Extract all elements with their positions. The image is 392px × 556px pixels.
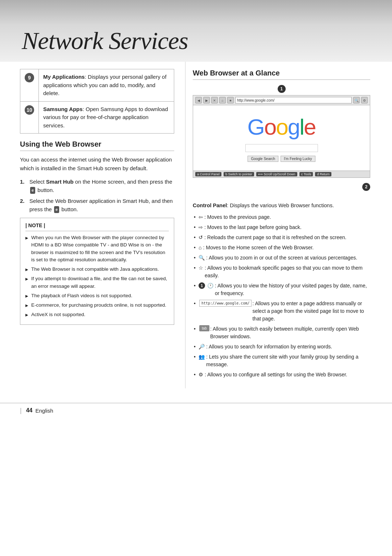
search-bar-mock [245,144,318,152]
stop-btn: ✕ [211,97,218,103]
back-btn: ◀ [195,97,202,103]
item-bold-10: Samsung Apps [43,106,83,112]
note-item: The Web Browser is not compatible with J… [25,266,169,273]
bullet-item: 🔎 : Allows you to search for information… [193,343,370,351]
bullet-text: : Allows you to bookmark specific pages … [205,264,370,279]
bullet-icon: ⚙ [199,371,203,379]
url-text: http://www.google.com/ [237,98,274,102]
browser-mockup: ◀ ▶ ✕ ⌂ ★ http://www.google.com/ 🔍 ⚙ [193,95,370,178]
callout-1-area: 1 [193,85,370,93]
right-column: Web Browser at a Glance 1 ◀ ▶ ✕ ⌂ ★ [185,62,381,388]
settings-btn: ⚙ [361,97,368,103]
status-control-panel: a Control Panel [195,172,221,176]
page-number: 44 [26,407,33,414]
status-scroll: ⟺ Scroll Up/Scroll Down [256,172,297,176]
url-badge: http://www.google.com/ [199,300,252,307]
step-1: 1. Select Smart Hub on the Home screen, … [20,178,174,194]
bullet-item: ↺ : Reloads the current page so that it … [193,234,370,241]
google-logo: Google [248,114,316,140]
bookmark-btn: ★ [227,97,234,103]
pipe-symbol: | [20,407,22,414]
bullet-icon: ⌂ [199,244,201,252]
feeling-lucky-btn[interactable]: I'm Feeling Lucky [281,156,315,162]
steps-list: 1. Select Smart Hub on the Home screen, … [20,178,174,213]
search-buttons: Google Search I'm Feeling Lucky [248,156,315,162]
item-text-10: Samsung Apps: Open Samsung Apps to downl… [39,101,174,134]
bullet-icon: 🔎 [199,343,205,351]
bullet-item: ⇨ : Moves to the last page before going … [193,224,370,231]
bullet-text: : Allows you to zoom in or out of the sc… [206,254,357,262]
bullet-icon: ↺ [199,234,203,241]
bullet-item: tab : Allows you to switch easily betwee… [193,325,370,340]
language-label: English [35,408,53,414]
status-tools: c Tools [299,172,313,176]
tab-badge: tab [199,325,209,331]
item-text-9: My Applications: Displays your personal … [39,69,174,102]
step-1-text: Select Smart Hub on the Home screen, and… [29,178,174,194]
bullet-text: : Moves to the previous page. [204,213,271,221]
bullet-text: : Allows you to search for information b… [206,343,332,351]
bullet-item-callout: 1 🕐 : Allows you to view the history of … [193,282,370,297]
bullet-item: ☆ : Allows you to bookmark specific page… [193,264,370,279]
page-title: Network Services [22,26,188,55]
page: Network Services 9 My Applications: Disp… [0,0,392,556]
step-num-2: 2. [20,197,28,205]
table-row: 10 Samsung Apps: Open Samsung Apps to do… [20,101,174,134]
bullet-text: : Reloads the current page so that it is… [204,234,346,241]
item-num-10: 10 [20,101,39,134]
num-circle-10: 10 [25,105,34,115]
num-circle-9: 9 [25,73,34,82]
note-item: E-commerce, for purchasing proudcts onli… [25,302,169,309]
header-bar: Network Services [0,0,392,62]
browser-toolbar: ◀ ▶ ✕ ⌂ ★ http://www.google.com/ 🔍 ⚙ [193,95,370,105]
bullet-icon: 🔍 [199,254,205,262]
note-item: ActiveX is not supported. [25,311,169,318]
web-browser-heading: Web Browser at a Glance [193,69,370,80]
item-num-9: 9 [20,69,39,102]
inline-callout-1: 1 [199,282,205,289]
step-2-text: Select the Web Browser application in Sm… [29,197,174,213]
callout-2-area: 2 [193,183,370,191]
step-2: 2. Select the Web Browser application in… [20,197,174,213]
bullet-icon: ⇨ [199,224,203,231]
items-table: 9 My Applications: Displays your persona… [20,69,174,134]
status-switch-pointer: b Switch to pointer [224,172,254,176]
status-return: d Return [315,172,331,176]
bullet-item: ⌂ : Moves to the Home screen of the Web … [193,244,370,252]
bullet-text: : Allows you to switch easily between mu… [210,325,370,340]
bullet-icon: ⇦ [199,213,203,221]
browser-mockup-container: 1 ◀ ▶ ✕ ⌂ ★ http://www.google.com/ 🔍 [193,85,370,191]
bullet-item: 🔍 : Allows you to zoom in or out of the … [193,254,370,262]
browser-body: Google Google Search I'm Feeling Lucky [193,105,370,171]
step-num-1: 1. [20,178,28,186]
bullet-item: 👥 : Lets you share the current site with… [193,353,370,368]
search-btn: 🔍 [353,97,360,103]
note-item: When you run the Web Browser with the pl… [25,234,169,263]
note-label: | NOTE | [25,222,169,231]
bullet-item: http://www.google.com/ : Allows you to e… [193,300,370,323]
feature-bullets: ⇦ : Moves to the previous page. ⇨ : Move… [193,213,370,379]
bullet-icon: 🕐 [207,282,213,290]
note-item: The playback of Flash videos is not supp… [25,292,169,299]
e-button-icon-2: e [54,206,59,213]
bullet-item: ⇦ : Moves to the previous page. [193,213,370,221]
bullet-icon: 👥 [199,353,205,361]
control-panel-desc: Control Panel: Displays the various Web … [193,202,370,210]
footer: | 44 English [0,403,392,418]
control-panel-bold: Control Panel [193,203,227,208]
bullet-text: : Allows you to view the history of your… [215,282,370,297]
bullet-text: : Moves to the Home screen of the Web Br… [203,244,314,252]
section-heading-web-browser: Using the Web Browser [20,140,174,151]
bullet-item: ⚙ : Allows you to configure all settings… [193,371,370,379]
left-column: 9 My Applications: Displays your persona… [0,62,185,388]
forward-btn: ▶ [203,97,210,103]
note-item: If you attempt to download a file, and t… [25,275,169,290]
note-box: | NOTE | When you run the Web Browser wi… [20,218,174,325]
e-button-icon-1: e [30,187,35,194]
google-search-btn[interactable]: Google Search [248,156,278,162]
main-content: 9 My Applications: Displays your persona… [0,62,392,403]
control-panel-text: : Displays the various Web Browser funct… [227,203,334,208]
bullet-text: : Moves to the last page before going ba… [204,224,302,231]
note-items-list: When you run the Web Browser with the pl… [25,234,169,319]
bullet-text: : Allows you to enter a page address man… [252,300,370,323]
